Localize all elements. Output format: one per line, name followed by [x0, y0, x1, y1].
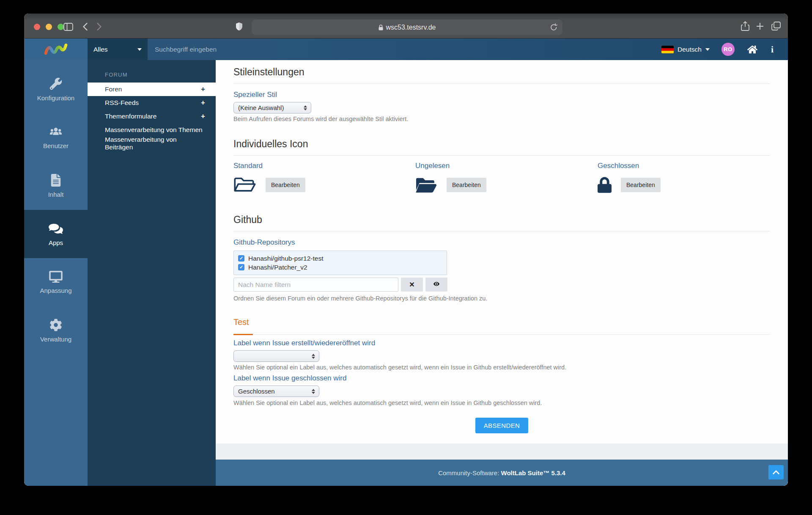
- add-icon[interactable]: +: [201, 99, 205, 107]
- repo-name: Hanashi/github-psr12-test: [248, 255, 324, 262]
- gear-icon: [49, 319, 62, 331]
- select-stepper-icon: [312, 389, 315, 394]
- zoom-window-button[interactable]: [58, 24, 64, 30]
- icon-column-standard: Standard Bearbeiten: [233, 162, 415, 196]
- clear-filter-button[interactable]: ✕: [401, 278, 423, 292]
- users-icon: [49, 126, 63, 138]
- footer-prefix: Community-Software:: [438, 469, 499, 476]
- submenu-item-themenformulare[interactable]: Themenformulare +: [88, 110, 216, 123]
- traffic-lights: [34, 24, 64, 30]
- search-scope-dropdown[interactable]: Alles: [88, 39, 148, 60]
- info-icon[interactable]: i: [771, 44, 774, 55]
- content-column: Stileinstellungen Spezieller Stil (Keine…: [216, 60, 788, 486]
- lock-icon: [379, 25, 383, 30]
- sidebar-item-benutzer[interactable]: Benutzer: [24, 113, 88, 162]
- field-label-issue-created: Label wenn Issue erstellt/wiedereröffnet…: [233, 339, 770, 347]
- sidebar-item-anpassung[interactable]: Anpassung: [24, 258, 88, 306]
- add-icon[interactable]: +: [201, 85, 205, 94]
- field-label-issue-closed: Label wenn Issue geschlossen wird: [233, 374, 770, 383]
- sidebar-item-apps[interactable]: Apps: [24, 210, 88, 258]
- field-label-github-repositorys: Github-Repositorys: [233, 238, 770, 247]
- content-bottom-gap: [216, 443, 788, 460]
- select-value: (Keine Auswahl): [238, 104, 284, 111]
- header-spacer: [275, 39, 661, 60]
- new-tab-icon[interactable]: [756, 22, 764, 30]
- submenu-item-label: Themenformulare: [105, 113, 156, 120]
- forum-edit-form: Stileinstellungen Spezieller Stil (Keine…: [216, 60, 788, 443]
- share-icon[interactable]: [741, 21, 749, 31]
- icon-grid: Standard Bearbeiten Ungelesen: [233, 162, 770, 196]
- sidebar-item-konfiguration[interactable]: Konfiguration: [24, 65, 88, 113]
- absenden-button[interactable]: ABSENDEN: [475, 418, 529, 433]
- header-actions: Deutsch RO i: [661, 39, 788, 60]
- forward-icon[interactable]: [97, 22, 102, 31]
- sidebar-toggle-icon[interactable]: [63, 23, 73, 31]
- select-stepper-icon: [312, 354, 315, 359]
- submenu-item-rss-feeds[interactable]: RSS-Feeds +: [88, 96, 216, 110]
- submenu-item-foren[interactable]: Foren +: [88, 83, 216, 96]
- avatar[interactable]: RO: [721, 43, 735, 56]
- tab-overview-icon[interactable]: [771, 22, 781, 30]
- help-text: Ordnen Sie diesem Forum ein oder mehrere…: [233, 295, 770, 302]
- browser-window: wsc53.testsrv.de: [24, 14, 788, 486]
- field-label-ungelesen: Ungelesen: [415, 162, 598, 170]
- bearbeiten-ungelesen-button[interactable]: Bearbeiten: [447, 178, 486, 192]
- scroll-to-top-button[interactable]: [768, 465, 784, 479]
- section-title-test: Test: [233, 317, 770, 335]
- repo-row: Hanashi/Patcher_v2: [238, 263, 442, 272]
- eye-icon: [432, 281, 441, 289]
- home-icon[interactable]: [747, 45, 757, 54]
- spezieller-stil-select[interactable]: (Keine Auswahl): [233, 102, 311, 113]
- repo-filter-input[interactable]: [233, 278, 398, 292]
- issue-closed-select[interactable]: Geschlossen: [233, 386, 319, 397]
- submenu-item-label: Massenverarbeitung von Themen: [105, 126, 203, 134]
- reload-icon[interactable]: [550, 23, 557, 33]
- comments-icon: [49, 222, 63, 235]
- chevron-up-icon: [773, 469, 779, 476]
- lock-icon: [598, 176, 612, 194]
- repo-name: Hanashi/Patcher_v2: [248, 264, 307, 271]
- submenu-section-title: FORUM: [105, 72, 216, 78]
- search-input[interactable]: [148, 46, 275, 53]
- back-icon[interactable]: [82, 22, 88, 31]
- help-text: Beim Aufrufen dieses Forums wird der aus…: [233, 116, 770, 123]
- address-bar[interactable]: wsc53.testsrv.de: [252, 19, 562, 35]
- sidebar-item-verwaltung[interactable]: Verwaltung: [24, 306, 88, 355]
- address-text: wsc53.testsrv.de: [386, 24, 436, 31]
- desktop: wsc53.testsrv.de: [0, 0, 812, 515]
- folder-open-solid-icon: [415, 176, 437, 194]
- privacy-shield-icon[interactable]: [236, 22, 243, 31]
- wrench-icon: [49, 77, 62, 90]
- icon-column-ungelesen: Ungelesen Bearbeiten: [415, 162, 598, 196]
- sidebar-item-inhalt[interactable]: Inhalt: [24, 162, 88, 210]
- minimize-window-button[interactable]: [46, 24, 52, 30]
- add-icon[interactable]: +: [201, 112, 205, 121]
- field-label-spezieller-stil: Spezieller Stil: [233, 91, 770, 99]
- checkbox-checked[interactable]: [238, 264, 244, 270]
- submenu-item-label: RSS-Feeds: [105, 99, 139, 107]
- acp-body: Konfiguration Benutzer Inhalt: [24, 60, 788, 486]
- submenu-item-massenverarbeitung-beitraege[interactable]: Massenverarbeitung von Beiträgen: [88, 137, 216, 150]
- section-title-stileinstellungen: Stileinstellungen: [233, 66, 770, 84]
- sidebar-item-label: Benutzer: [43, 142, 69, 149]
- bearbeiten-standard-button[interactable]: Bearbeiten: [266, 178, 305, 192]
- close-window-button[interactable]: [34, 24, 40, 30]
- header-search: [148, 39, 275, 60]
- bearbeiten-geschlossen-button[interactable]: Bearbeiten: [621, 178, 661, 192]
- language-dropdown[interactable]: Deutsch: [661, 46, 710, 53]
- repo-list: Hanashi/github-psr12-test Hanashi/Patche…: [233, 251, 447, 275]
- folder-open-outline-icon: [233, 176, 256, 194]
- toggle-visibility-button[interactable]: [425, 278, 447, 292]
- browser-chrome: wsc53.testsrv.de: [24, 14, 788, 39]
- checkbox-checked[interactable]: [238, 255, 244, 262]
- section-title-individuelles-icon: Individuelles Icon: [233, 138, 770, 156]
- woltlab-logo[interactable]: [24, 39, 88, 60]
- issue-created-select[interactable]: [233, 350, 319, 362]
- section-title-github: Github: [233, 214, 770, 231]
- field-label-standard: Standard: [233, 162, 415, 170]
- repo-filter-row: ✕: [233, 278, 770, 292]
- sidebar-item-label: Konfiguration: [37, 94, 74, 102]
- repo-row: Hanashi/github-psr12-test: [238, 254, 442, 263]
- x-icon: ✕: [409, 281, 414, 289]
- submenu-item-massenverarbeitung-themen[interactable]: Massenverarbeitung von Themen: [88, 123, 216, 137]
